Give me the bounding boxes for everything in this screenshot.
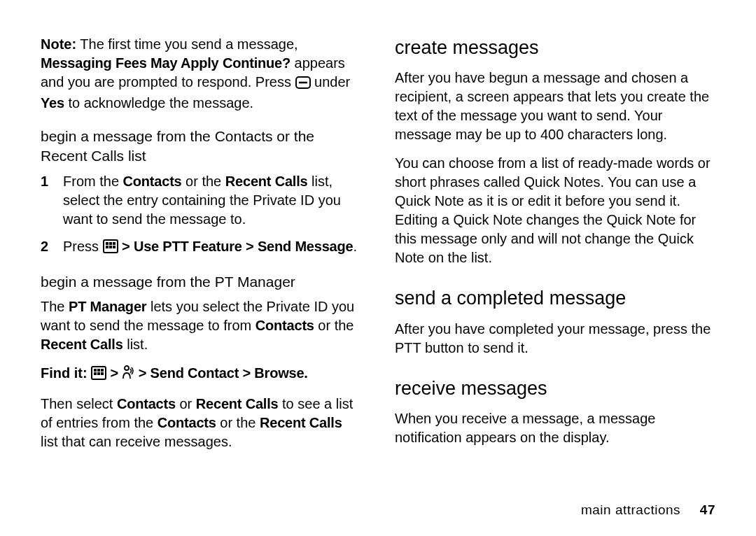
left-column: Note: The first time you send a message,… xyxy=(41,35,361,515)
note-text-3: under xyxy=(311,74,351,90)
ptt-person-icon xyxy=(122,365,134,385)
svg-rect-12 xyxy=(101,369,104,372)
subhead-contacts-recent: begin a message from the Contacts or the… xyxy=(41,127,361,167)
heading-create-messages: create messages xyxy=(395,35,715,60)
subhead-pt-manager: begin a message from the PT Manager xyxy=(41,272,361,292)
then-select-paragraph: Then select Contacts or Recent Calls to … xyxy=(41,395,361,451)
send-paragraph-1: After you have completed your message, p… xyxy=(395,320,715,358)
svg-rect-8 xyxy=(113,246,115,248)
svg-rect-6 xyxy=(106,246,108,248)
manual-page: Note: The first time you send a message,… xyxy=(0,0,756,536)
softkey-icon xyxy=(295,75,311,94)
find-it-label: Find it: xyxy=(41,365,88,381)
heading-receive-messages: receive messages xyxy=(395,376,715,401)
step-number: 1 xyxy=(41,172,63,229)
pt-manager-paragraph: The PT Manager lets you select the Priva… xyxy=(41,297,361,354)
svg-rect-10 xyxy=(94,369,97,372)
note-label: Note: xyxy=(41,36,76,52)
note-text-1: The first time you send a message, xyxy=(76,36,298,52)
right-column: create messages After you have begun a m… xyxy=(395,35,715,515)
svg-rect-11 xyxy=(97,369,100,372)
svg-rect-14 xyxy=(97,372,100,375)
step-1: 1 From the Contacts or the Recent Calls … xyxy=(41,172,361,229)
svg-point-16 xyxy=(125,366,129,370)
step-2: 2 Press > Use PTT Feature > Send Message… xyxy=(41,237,361,258)
create-paragraph-2: You can choose from a list of ready-made… xyxy=(395,154,715,267)
svg-rect-3 xyxy=(106,242,108,245)
step-text: Press > Use PTT Feature > Send Message. xyxy=(63,237,361,258)
heading-send-completed: send a completed message xyxy=(395,285,715,311)
footer-section: main attractions xyxy=(581,502,680,517)
svg-rect-5 xyxy=(113,242,115,245)
svg-rect-15 xyxy=(101,372,104,375)
step-text: From the Contacts or the Recent Calls li… xyxy=(63,172,361,229)
steps-list: 1 From the Contacts or the Recent Calls … xyxy=(41,172,361,258)
menu-grid-icon xyxy=(103,239,118,258)
svg-rect-4 xyxy=(109,242,112,245)
svg-rect-13 xyxy=(94,372,97,375)
note-bold-2: Yes xyxy=(41,95,64,111)
create-paragraph-1: After you have begun a message and chose… xyxy=(395,69,715,144)
page-footer: main attractions 47 xyxy=(581,502,715,518)
note-text-4: to acknowledge the message. xyxy=(64,95,253,111)
page-number: 47 xyxy=(700,502,715,517)
step-number: 2 xyxy=(41,237,63,258)
note-paragraph: Note: The first time you send a message,… xyxy=(41,35,361,113)
find-it-line: Find it: > > Send Contact > Browse. xyxy=(41,364,361,385)
receive-paragraph-1: When you receive a message, a message no… xyxy=(395,409,715,447)
svg-rect-7 xyxy=(109,246,112,248)
note-bold-1: Messaging Fees May Apply Continue? xyxy=(41,55,290,71)
menu-grid-icon xyxy=(91,366,106,385)
